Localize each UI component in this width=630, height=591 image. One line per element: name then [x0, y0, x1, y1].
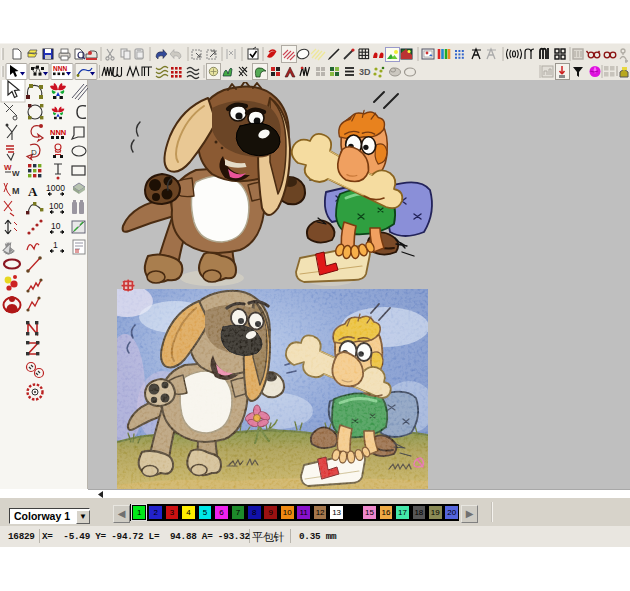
- svg-text:M: M: [12, 186, 20, 196]
- svg-text:D: D: [31, 148, 37, 157]
- svg-text:NNN: NNN: [53, 65, 67, 72]
- svg-text:3D: 3D: [359, 67, 371, 77]
- svg-text:100: 100: [49, 201, 63, 211]
- svg-text:W: W: [12, 169, 20, 178]
- svg-text:A: A: [28, 184, 38, 199]
- svg-text:10: 10: [51, 221, 61, 231]
- svg-text:NNN: NNN: [50, 128, 66, 137]
- svg-text:1: 1: [53, 240, 58, 250]
- svg-text:1000: 1000: [46, 183, 65, 193]
- svg-text:W: W: [4, 163, 12, 172]
